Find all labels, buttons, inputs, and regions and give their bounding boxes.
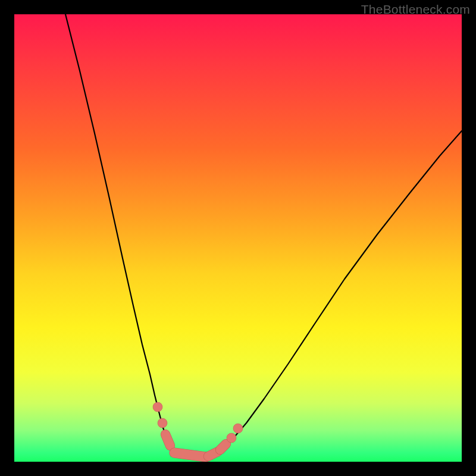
marker-capsule [220, 444, 226, 450]
watermark-text: TheBottleneck.com [361, 2, 470, 17]
marker-dot [233, 424, 243, 433]
marker-capsule [174, 453, 206, 457]
marker-dot [158, 418, 167, 428]
marker-capsule [165, 434, 170, 446]
plot-area [14, 14, 462, 462]
chart-container: TheBottleneck.com [0, 0, 476, 476]
data-markers [14, 14, 462, 462]
marker-dot [227, 433, 236, 443]
marker-dot [153, 402, 162, 412]
